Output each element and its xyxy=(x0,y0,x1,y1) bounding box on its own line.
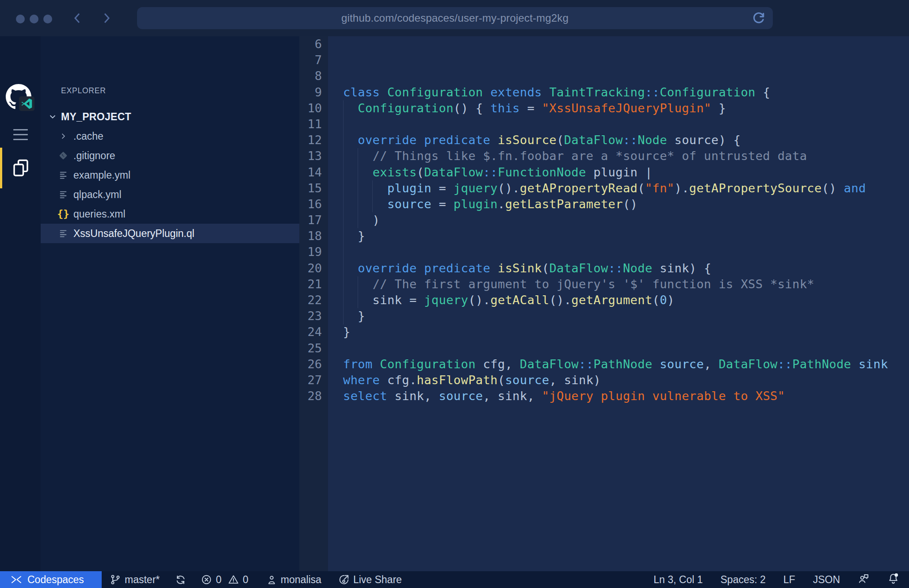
code-line-24[interactable]: } xyxy=(343,324,909,340)
vscode-logo-icon xyxy=(19,96,34,111)
line-number: 15 xyxy=(299,180,328,196)
codespaces-label: Codespaces xyxy=(27,574,84,586)
code-editor[interactable]: 6789101112131415161718192021222324252627… xyxy=(299,36,909,571)
git-diamond-icon xyxy=(58,151,68,160)
eol-setting[interactable]: LF xyxy=(783,574,795,586)
line-number: 20 xyxy=(299,260,328,276)
tree-item-XssUnsafeJQueryPlugin.ql[interactable]: XssUnsafeJQueryPlugin.ql xyxy=(41,224,299,243)
code-line-11[interactable] xyxy=(343,116,909,132)
tree-item-example.yml[interactable]: example.yml xyxy=(41,165,299,185)
files-copy-icon xyxy=(11,158,31,177)
git-branch-icon xyxy=(110,574,121,585)
activity-bar-explorer-button[interactable] xyxy=(0,148,41,188)
notifications-button[interactable] xyxy=(887,573,899,587)
line-number: 6 xyxy=(299,36,328,52)
code-line-13[interactable]: // Things like $.fn.foobar are a *source… xyxy=(343,148,909,164)
branch-status[interactable]: master* xyxy=(110,574,160,586)
tree-item-.gitignore[interactable]: .gitignore xyxy=(41,146,299,165)
forward-button[interactable] xyxy=(101,12,112,24)
sync-icon xyxy=(175,574,187,586)
file-name: qlpack.yml xyxy=(73,189,122,201)
tree-item-project-root[interactable]: MY_PROJECT xyxy=(41,107,299,126)
chevron-right-icon xyxy=(59,132,68,141)
user-status[interactable]: monalisa xyxy=(266,574,321,586)
code-line-26[interactable]: from Configuration cfg, DataFlow::PathNo… xyxy=(343,356,909,372)
tree-item-.cache[interactable]: .cache xyxy=(41,126,299,146)
file-name: queries.xml xyxy=(73,208,126,220)
code-line-28[interactable]: select sink, source, sink, "jQuery plugi… xyxy=(343,388,909,404)
line-number: 10 xyxy=(299,100,328,116)
line-number: 21 xyxy=(299,276,328,292)
code-line-18[interactable]: } xyxy=(343,228,909,244)
active-view-indicator xyxy=(0,148,2,188)
code-line-17[interactable]: ) xyxy=(343,212,909,228)
url-text: github.com/codespaces/user-my-project-mg… xyxy=(341,12,569,24)
tree-item-qlpack.yml[interactable]: qlpack.yml xyxy=(41,185,299,204)
code-line-15[interactable]: plugin = jquery().getAPropertyRead("fn")… xyxy=(343,180,909,196)
live-share-icon xyxy=(338,574,350,585)
line-number: 9 xyxy=(299,84,328,100)
list-file-icon xyxy=(58,229,68,238)
warning-count: 0 xyxy=(243,574,248,586)
code-area[interactable]: class Configuration extends TaintTrackin… xyxy=(328,36,909,571)
code-line-16[interactable]: source = plugin.getLastParameter() xyxy=(343,196,909,212)
line-number: 19 xyxy=(299,244,328,260)
problems-status[interactable]: 0 0 xyxy=(201,574,248,586)
error-count: 0 xyxy=(216,574,222,586)
cursor-position[interactable]: Ln 3, Col 1 xyxy=(653,574,703,586)
activity-bar xyxy=(0,36,41,571)
file-name: XssUnsafeJQueryPlugin.ql xyxy=(73,228,195,240)
code-line-6[interactable] xyxy=(343,36,909,52)
code-line-22[interactable]: sink = jquery().getACall().getArgument(0… xyxy=(343,292,909,308)
traffic-light-zoom-button[interactable] xyxy=(43,15,52,23)
traffic-light-minimize-button[interactable] xyxy=(30,15,38,23)
codespaces-remote-button[interactable]: Codespaces xyxy=(0,571,102,588)
code-line-8[interactable] xyxy=(343,68,909,84)
explorer-sidebar: EXPLORER MY_PROJECT .cache.gitignoreexam… xyxy=(41,36,299,571)
line-number: 22 xyxy=(299,292,328,308)
file-name: .cache xyxy=(73,130,103,142)
chevron-down-icon xyxy=(48,112,61,122)
live-share-button[interactable]: Live Share xyxy=(338,574,402,586)
line-number: 12 xyxy=(299,132,328,148)
line-number-gutter: 6789101112131415161718192021222324252627… xyxy=(299,36,328,571)
code-line-7[interactable] xyxy=(343,52,909,68)
refresh-button[interactable] xyxy=(752,11,766,25)
code-line-12[interactable]: override predicate isSource(DataFlow::No… xyxy=(343,132,909,148)
code-line-19[interactable] xyxy=(343,244,909,260)
bell-icon xyxy=(887,573,899,584)
language-mode[interactable]: JSON xyxy=(813,574,840,586)
list-file-icon xyxy=(58,190,68,199)
code-line-27[interactable]: where cfg.hasFlowPath(source, sink) xyxy=(343,372,909,388)
code-line-25[interactable] xyxy=(343,340,909,356)
code-line-9[interactable]: class Configuration extends TaintTrackin… xyxy=(343,84,909,100)
address-bar[interactable]: github.com/codespaces/user-my-project-mg… xyxy=(137,7,773,29)
remote-indicator-icon xyxy=(11,574,22,585)
code-line-23[interactable]: } xyxy=(343,308,909,324)
file-tree: MY_PROJECT .cache.gitignoreexample.ymlql… xyxy=(41,107,299,243)
line-number: 25 xyxy=(299,340,328,356)
hamburger-icon xyxy=(13,129,28,130)
code-line-14[interactable]: exists(DataFlow::FunctionNode plugin | xyxy=(343,164,909,180)
status-bar: Codespaces master* xyxy=(0,571,909,588)
codespaces-window: github.com/codespaces/user-my-project-mg… xyxy=(0,0,909,588)
feedback-button[interactable] xyxy=(858,573,870,587)
code-line-21[interactable]: // The first argument to jQuery's '$' fu… xyxy=(343,276,909,292)
indentation-setting[interactable]: Spaces: 2 xyxy=(721,574,766,586)
line-number: 11 xyxy=(299,116,328,132)
line-number: 24 xyxy=(299,324,328,340)
code-line-20[interactable]: override predicate isSink(DataFlow::Node… xyxy=(343,260,909,276)
traffic-light-close-button[interactable] xyxy=(16,15,25,23)
menu-button[interactable] xyxy=(13,129,28,140)
tree-item-queries.xml[interactable]: {}queries.xml xyxy=(41,204,299,224)
braces-icon: {} xyxy=(57,208,69,220)
chevron-left-icon xyxy=(72,12,83,24)
line-number: 7 xyxy=(299,52,328,68)
line-number: 17 xyxy=(299,212,328,228)
sync-button[interactable] xyxy=(175,574,187,586)
line-number: 14 xyxy=(299,164,328,180)
live-share-label: Live Share xyxy=(353,574,402,586)
back-button[interactable] xyxy=(72,12,83,24)
code-line-10[interactable]: Configuration() { this = "XssUnsafeJQuer… xyxy=(343,100,909,116)
file-name: .gitignore xyxy=(73,150,115,162)
